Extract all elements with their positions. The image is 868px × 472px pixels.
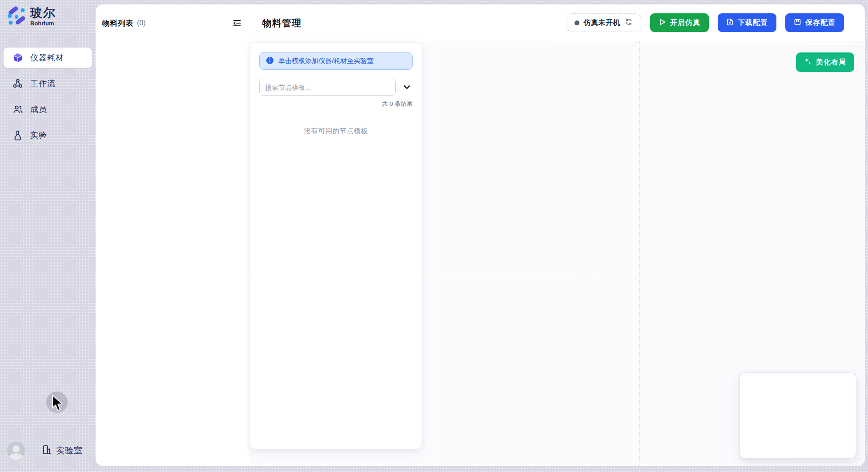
page-title: 物料管理 — [262, 17, 301, 29]
file-download-icon — [726, 18, 734, 28]
building-icon — [41, 444, 52, 457]
start-simulation-button[interactable]: 开启仿真 — [650, 13, 709, 32]
experiment-icon — [12, 130, 23, 140]
workflow-icon — [12, 78, 23, 89]
info-icon — [266, 56, 274, 66]
layout-canvas[interactable]: 单击模板添加仪器/耗材至实验室 共 0 条结果 没有可用的节点模板 — [249, 41, 865, 466]
main-header: 物料管理 仿真未开机 开启仿真 — [249, 4, 865, 41]
sparkles-icon — [804, 57, 812, 67]
save-config-label: 保存配置 — [805, 18, 836, 28]
lab-label: 实验室 — [56, 445, 83, 456]
simulation-status-label: 仿真未开机 — [584, 18, 621, 28]
node-template-panel: 单击模板添加仪器/耗材至实验室 共 0 条结果 没有可用的节点模板 — [250, 43, 422, 449]
sidebar-footer: 实验室 — [7, 442, 83, 460]
play-icon — [659, 18, 666, 28]
chevron-down-icon[interactable] — [401, 81, 413, 93]
beautify-layout-button[interactable]: 美化布局 — [796, 52, 854, 72]
brand-logo: 玻尔 Bohrium — [6, 6, 56, 28]
download-config-label: 下载配置 — [738, 18, 768, 28]
members-icon — [12, 104, 23, 115]
status-dot-icon — [575, 20, 579, 25]
results-count: 共 0 条结果 — [259, 100, 413, 108]
bohrium-logo-icon — [6, 6, 27, 28]
materials-list-count: (0) — [137, 19, 146, 27]
materials-list-panel: 物料列表 (0) — [96, 4, 249, 466]
info-banner: 单击模板添加仪器/耗材至实验室 — [259, 52, 413, 70]
cube-icon — [12, 52, 23, 63]
sidebar-item-label: 工作流 — [30, 78, 56, 89]
user-avatar[interactable] — [7, 442, 25, 460]
download-config-button[interactable]: 下载配置 — [718, 13, 776, 32]
save-icon — [794, 18, 801, 28]
sidebar-nav: 仪器耗材 工作流 成员 — [0, 48, 96, 151]
sidebar-item-label: 实验 — [30, 130, 47, 140]
simulation-status-pill[interactable]: 仿真未开机 — [566, 13, 642, 32]
sidebar-item-label: 成员 — [30, 104, 47, 115]
save-config-button[interactable]: 保存配置 — [785, 13, 844, 32]
sidebar-item-members[interactable]: 成员 — [4, 99, 92, 120]
brand-name-zh: 玻尔 — [30, 6, 56, 20]
brand-name-en: Bohrium — [30, 20, 56, 27]
start-simulation-label: 开启仿真 — [670, 18, 700, 28]
sidebar-item-workflow[interactable]: 工作流 — [4, 73, 92, 94]
collapse-panel-icon[interactable] — [232, 18, 242, 28]
mouse-cursor-icon — [51, 395, 64, 414]
lab-switcher[interactable]: 实验室 — [41, 444, 83, 457]
sidebar-item-instruments[interactable]: 仪器耗材 — [4, 48, 92, 68]
minimap[interactable] — [739, 372, 856, 459]
materials-list-title: 物料列表 — [102, 18, 133, 28]
search-input[interactable] — [259, 79, 396, 96]
canvas-guide-line — [639, 41, 640, 466]
content-area: 物料列表 (0) 物料管理 仿真未开机 — [96, 4, 865, 466]
sidebar-item-label: 仪器耗材 — [30, 52, 64, 63]
sidebar-item-experiments[interactable]: 实验 — [4, 125, 92, 145]
beautify-layout-label: 美化布局 — [816, 58, 846, 67]
empty-state-text: 没有可用的节点模板 — [259, 127, 413, 136]
refresh-icon[interactable] — [625, 18, 633, 28]
info-banner-text: 单击模板添加仪器/耗材至实验室 — [278, 57, 374, 65]
